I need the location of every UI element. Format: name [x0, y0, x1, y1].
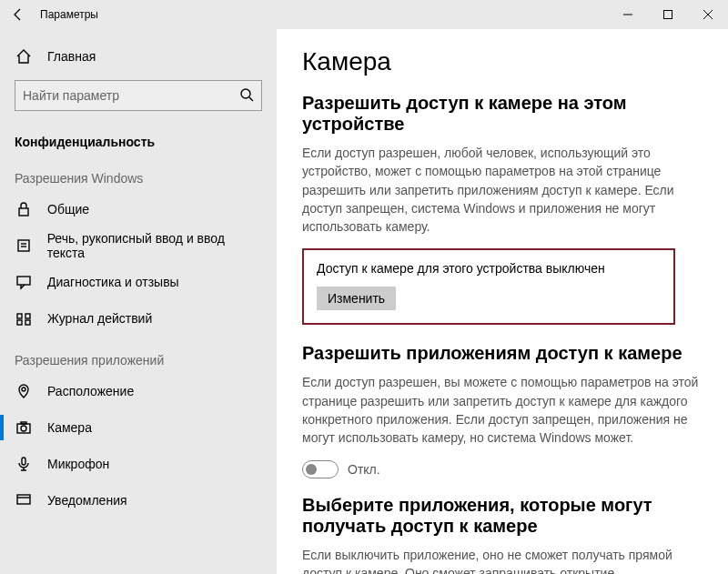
- sidebar-item-label: Диагностика и отзывы: [47, 275, 179, 289]
- sidebar-item-microphone[interactable]: Микрофон: [0, 446, 277, 482]
- feedback-icon: [15, 273, 33, 291]
- svg-rect-13: [17, 320, 22, 325]
- window-controls: [608, 0, 728, 29]
- location-icon: [15, 382, 33, 400]
- svg-rect-18: [21, 422, 26, 424]
- section3-heading: Выберите приложения, которые могут получ…: [302, 495, 703, 537]
- page-title: Камера: [302, 47, 703, 76]
- svg-point-4: [241, 89, 250, 98]
- microphone-icon: [15, 455, 33, 473]
- sidebar-item-label: Общие: [47, 202, 89, 217]
- search-icon: [239, 87, 254, 105]
- sidebar-item-label: Уведомления: [47, 493, 127, 508]
- speech-icon: [15, 237, 33, 255]
- svg-rect-1: [664, 11, 672, 19]
- section1-heading: Разрешить доступ к камере на этом устрой…: [302, 93, 703, 135]
- notifications-icon: [15, 491, 33, 509]
- svg-rect-19: [22, 458, 25, 465]
- activity-icon: [15, 309, 33, 327]
- sidebar-item-label: Речь, рукописный ввод и ввод текста: [47, 231, 262, 260]
- sidebar-item-activity[interactable]: Журнал действий: [0, 300, 277, 337]
- svg-rect-20: [17, 495, 30, 504]
- search-input[interactable]: Найти параметр: [15, 80, 262, 111]
- svg-rect-14: [25, 320, 30, 325]
- sidebar-item-label: Микрофон: [47, 457, 109, 471]
- back-button[interactable]: [0, 0, 36, 29]
- sidebar-item-label: Камера: [47, 420, 92, 435]
- window-title: Параметры: [40, 8, 98, 21]
- svg-point-15: [22, 388, 25, 391]
- svg-rect-12: [25, 314, 30, 318]
- sidebar-section-apps: Разрешения приложений: [0, 337, 277, 373]
- svg-point-17: [21, 426, 26, 431]
- svg-line-5: [249, 97, 253, 101]
- sidebar-section-windows: Разрешения Windows: [0, 155, 277, 191]
- app-access-toggle-row: Откл.: [302, 460, 703, 478]
- sidebar-item-speech[interactable]: Речь, рукописный ввод и ввод текста: [0, 227, 277, 264]
- close-button[interactable]: [688, 0, 728, 29]
- svg-rect-6: [19, 208, 28, 216]
- section2-heading: Разрешить приложениям доступ к камере: [302, 343, 703, 364]
- lock-icon: [15, 200, 33, 218]
- svg-rect-7: [18, 240, 29, 251]
- home-icon: [15, 47, 33, 65]
- minimize-button[interactable]: [608, 0, 648, 29]
- toggle-label: Откл.: [348, 462, 380, 477]
- search-placeholder: Найти параметр: [23, 88, 119, 103]
- svg-rect-11: [17, 314, 22, 318]
- change-button[interactable]: Изменить: [317, 287, 396, 310]
- sidebar-item-notifications[interactable]: Уведомления: [0, 482, 277, 519]
- sidebar-item-label: Расположение: [47, 384, 134, 398]
- camera-icon: [15, 418, 33, 437]
- sidebar-item-camera[interactable]: Камера: [0, 409, 277, 446]
- sidebar: Главная Найти параметр Конфиденциальност…: [0, 29, 277, 574]
- sidebar-item-label: Журнал действий: [47, 311, 152, 326]
- camera-access-box: Доступ к камере для этого устройства вык…: [302, 248, 675, 325]
- sidebar-label: Главная: [47, 49, 96, 64]
- title-bar: Параметры: [0, 0, 728, 29]
- section1-text: Если доступ разрешен, любой человек, исп…: [302, 144, 703, 236]
- sidebar-home[interactable]: Главная: [0, 38, 277, 75]
- main-content: Камера Разрешить доступ к камере на этом…: [277, 29, 728, 574]
- sidebar-item-diagnostics[interactable]: Диагностика и отзывы: [0, 264, 277, 300]
- section3-text: Если выключить приложение, оно не сможет…: [302, 546, 703, 574]
- maximize-button[interactable]: [648, 0, 688, 29]
- sidebar-item-general[interactable]: Общие: [0, 191, 277, 227]
- sidebar-category: Конфиденциальность: [0, 118, 277, 155]
- svg-rect-10: [17, 277, 30, 285]
- camera-status-text: Доступ к камере для этого устройства вык…: [317, 261, 661, 276]
- sidebar-item-location[interactable]: Расположение: [0, 373, 277, 409]
- section2-text: Если доступ разрешен, вы можете с помощь…: [302, 373, 703, 447]
- app-access-toggle[interactable]: [302, 460, 339, 478]
